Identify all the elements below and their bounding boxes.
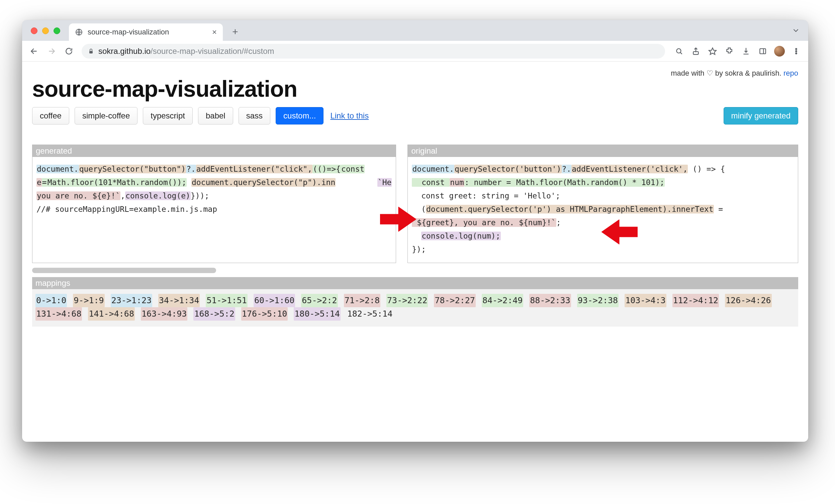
generated-panel: generated document.querySelector("button…	[32, 145, 396, 263]
url-text: sokra.github.io/source-map-visualization…	[98, 46, 274, 56]
svg-marker-7	[709, 48, 716, 55]
reload-button[interactable]	[62, 44, 76, 59]
mapping-item[interactable]: 0->1:0	[36, 294, 67, 307]
generated-horizontal-scrollbar[interactable]	[32, 266, 798, 275]
mappings-list[interactable]: 0->1:09->1:923->1:2334->1:3451->1:5160->…	[32, 289, 798, 327]
example-typescript-button[interactable]: typescript	[143, 107, 193, 124]
mapping-item[interactable]: 23->1:23	[111, 294, 152, 307]
svg-point-13	[796, 53, 796, 54]
mapping-item[interactable]: 168->5:2	[194, 307, 235, 321]
svg-point-4	[676, 48, 681, 53]
kebab-menu-icon[interactable]	[789, 44, 803, 59]
example-simple-coffee-button[interactable]: simple-coffee	[75, 107, 138, 124]
original-panel: original document.querySelector('button'…	[407, 145, 798, 263]
tab-strip: source-map-visualization × +	[22, 20, 808, 41]
forward-button[interactable]	[44, 44, 59, 59]
mappings-header: mappings	[32, 277, 798, 289]
example-coffee-button[interactable]: coffee	[32, 107, 69, 124]
original-header: original	[408, 145, 798, 157]
mapping-item[interactable]: 73->2:22	[386, 294, 428, 307]
window-controls	[31, 27, 60, 34]
mapping-item[interactable]: 88->2:33	[529, 294, 571, 307]
example-sass-button[interactable]: sass	[239, 107, 270, 124]
downloads-icon[interactable]	[739, 44, 753, 59]
browser-tab[interactable]: source-map-visualization ×	[69, 23, 223, 41]
extensions-icon[interactable]	[722, 44, 737, 59]
address-bar[interactable]: sokra.github.io/source-map-visualization…	[82, 44, 665, 59]
mapping-item[interactable]: 78->2:27	[434, 294, 475, 307]
mapping-item[interactable]: 60->1:60	[253, 294, 295, 307]
svg-rect-9	[760, 48, 766, 54]
share-icon[interactable]	[689, 44, 703, 59]
svg-rect-3	[89, 51, 93, 54]
maximize-window-icon[interactable]	[54, 27, 60, 34]
link-to-this[interactable]: Link to this	[330, 111, 369, 120]
mapping-item[interactable]: 71->2:8	[344, 294, 380, 307]
mapping-item[interactable]: 103->4:3	[625, 294, 666, 307]
search-icon[interactable]	[672, 44, 687, 59]
mappings-panel: mappings 0->1:09->1:923->1:2334->1:3451-…	[32, 277, 798, 327]
example-babel-button[interactable]: babel	[198, 107, 233, 124]
mapping-item[interactable]: 141->4:68	[88, 307, 135, 321]
lock-icon	[88, 48, 94, 55]
profile-avatar[interactable]	[774, 46, 785, 57]
side-panel-icon[interactable]	[755, 44, 770, 59]
bookmark-star-icon[interactable]	[705, 44, 720, 59]
tab-overflow-icon[interactable]	[792, 26, 800, 36]
globe-icon	[75, 28, 83, 36]
close-window-icon[interactable]	[31, 27, 38, 34]
tab-title: source-map-visualization	[88, 28, 207, 37]
mapping-item[interactable]: 93->2:38	[577, 294, 618, 307]
example-controls: coffee simple-coffee typescript babel sa…	[32, 107, 798, 124]
browser-window: source-map-visualization × + sokra.g	[22, 20, 808, 442]
mapping-item[interactable]: 84->2:49	[482, 294, 523, 307]
svg-point-12	[796, 51, 796, 52]
mapping-item[interactable]: 9->1:9	[73, 294, 104, 307]
mapping-item[interactable]: 126->4:26	[725, 294, 771, 307]
heart-icon: ♡	[707, 69, 713, 77]
browser-toolbar: sokra.github.io/source-map-visualization…	[22, 41, 808, 62]
original-code[interactable]: document.querySelector('button')?.addEve…	[408, 157, 798, 263]
mapping-item[interactable]: 112->4:12	[672, 294, 719, 307]
mapping-item[interactable]: 182->5:14	[347, 307, 393, 321]
svg-point-11	[796, 48, 796, 49]
generated-header: generated	[33, 145, 396, 157]
page-content: made with ♡ by sokra & paulirish. repo s…	[22, 62, 808, 442]
mapping-item[interactable]: 176->5:10	[241, 307, 288, 321]
mapping-item[interactable]: 180->5:14	[294, 307, 340, 321]
example-custom-button[interactable]: custom...	[276, 107, 324, 124]
minimize-window-icon[interactable]	[42, 27, 49, 34]
minify-generated-button[interactable]: minify generated	[724, 107, 798, 124]
back-button[interactable]	[27, 44, 41, 59]
mapping-item[interactable]: 51->1:51	[206, 294, 247, 307]
svg-line-5	[680, 52, 682, 54]
close-tab-icon[interactable]: ×	[212, 27, 217, 37]
generated-code[interactable]: document.querySelector("button")?.addEve…	[33, 157, 396, 223]
mapping-item[interactable]: 65->2:2	[301, 294, 338, 307]
mapping-item[interactable]: 163->4:93	[141, 307, 187, 321]
new-tab-button[interactable]: +	[229, 25, 242, 38]
mapping-item[interactable]: 34->1:34	[158, 294, 200, 307]
page-title: source-map-visualization	[32, 76, 798, 102]
repo-link[interactable]: repo	[783, 69, 798, 77]
mapping-item[interactable]: 131->4:68	[36, 307, 82, 321]
